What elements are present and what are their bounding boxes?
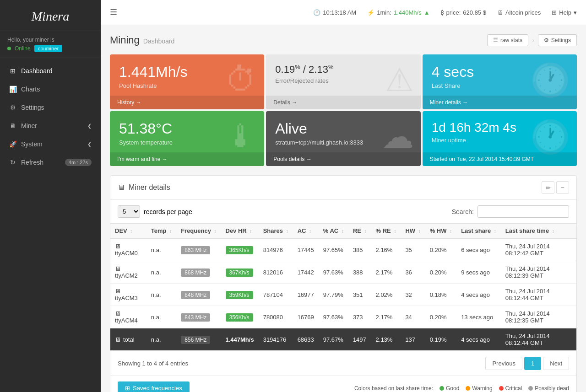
cell-re: 388 — [348, 261, 371, 284]
card-uptime: 1d 16h 32m 4s Miner uptime 🕐 Started on … — [423, 111, 577, 166]
col-temp[interactable]: Temp ↕ — [146, 224, 176, 239]
col-hw[interactable]: HW ↕ — [401, 224, 425, 239]
clock-card-icon: 🕐 — [530, 61, 570, 99]
cell-last-share: 4 secs ago — [456, 284, 501, 306]
cell-hw: 34 — [401, 306, 425, 328]
col-pct-re[interactable]: % RE ↕ — [371, 224, 401, 239]
miner-details-section: 🖥 Miner details ✏ − 5 10 25 records per … — [110, 175, 577, 392]
legend-good: Good — [440, 385, 459, 392]
charts-icon: 📊 — [9, 86, 16, 93]
cell-pct-hw: 0.20% — [425, 306, 456, 328]
cell-last-share-time: Thu, 24 Jul 2014 08:12:39 GMT — [501, 261, 576, 284]
search-input[interactable] — [477, 205, 569, 218]
edit-button[interactable]: ✏ — [542, 181, 554, 194]
cell-freq: 848 MHz — [176, 284, 221, 306]
section-title: 🖥 Miner details — [118, 183, 170, 192]
cloud-icon: ☁ — [382, 118, 414, 156]
sidebar-item-label: Charts — [21, 86, 40, 93]
saved-frequencies-button[interactable]: ⊞ Saved frequencies — [118, 381, 190, 392]
speedometer-icon: ⏱ — [225, 61, 257, 98]
freq-badge: 843 MHz — [181, 313, 210, 322]
cell-ac: 16977 — [293, 284, 319, 306]
dev-icon: 🖥 — [115, 243, 121, 250]
cell-temp: n.a. — [146, 261, 176, 284]
cell-pct-re: 2.13% — [371, 328, 401, 351]
col-ac[interactable]: AC ↕ — [293, 224, 319, 239]
gear-icon: ⚙ — [544, 37, 549, 43]
cell-freq: 856 MHz — [176, 328, 221, 351]
topbar-time: 🕐 10:13:18 AM — [313, 9, 356, 16]
price-value: 620.85 $ — [463, 9, 486, 16]
sidebar-item-miner[interactable]: 🖥 Miner ❮ — [0, 117, 101, 135]
monitor-icon: 🖥 — [118, 183, 125, 192]
hamburger-icon: ☰ — [110, 7, 117, 17]
miner-details-link[interactable]: Miner details → — [423, 96, 577, 109]
col-dev[interactable]: DEV ↕ — [110, 224, 146, 239]
history-link[interactable]: History → — [110, 96, 264, 109]
cell-freq: 843 MHz — [176, 306, 221, 328]
raw-stats-button[interactable]: ☰ raw stats — [487, 34, 528, 46]
card-error-rates: 0.19% / 2.13% Error/Rejected rates ⚠ Det… — [266, 54, 420, 109]
sidebar-item-settings[interactable]: ⚙ Settings — [0, 98, 101, 117]
refresh-timer-badge: 4m : 27s — [65, 159, 92, 166]
collapse-button[interactable]: − — [556, 181, 569, 194]
system-icon: 🚀 — [9, 140, 16, 148]
altcoin-label: Altcoin prices — [505, 9, 541, 16]
pools-link[interactable]: Pools details → — [266, 152, 420, 166]
hr-badge: 356Kh/s — [226, 313, 253, 322]
settings-icon: ⚙ — [9, 104, 16, 111]
good-label: Good — [446, 385, 459, 392]
page-header: Mining Dashboard ☰ raw stats › ⚙ Setting… — [110, 34, 577, 46]
page-subtitle: Dashboard — [143, 38, 175, 45]
cell-dev: 🖥ttyACM3 — [110, 284, 146, 306]
table-body: 🖥ttyACM0 n.a. 863 MHz 365Kh/s 814976 174… — [110, 238, 576, 351]
next-button[interactable]: Next — [543, 357, 569, 370]
good-dot — [440, 386, 444, 391]
page-1-button[interactable]: 1 — [524, 357, 541, 370]
cell-pct-hw: 0.19% — [425, 328, 456, 351]
details-link[interactable]: Details → — [266, 96, 420, 109]
records-select[interactable]: 5 10 25 — [118, 205, 140, 218]
main-content: ☰ 🕐 10:13:18 AM ⚡ 1min: 1.440Mh/s ▲ ₿ pr… — [101, 0, 586, 392]
cell-pct-ac: 97.65% — [319, 238, 348, 261]
cell-dev-hr: 365Kh/s — [221, 238, 259, 261]
warm-link[interactable]: I'm warm and fine → — [110, 152, 264, 166]
topbar-help[interactable]: ⊞ Help ▾ — [552, 9, 577, 16]
col-dev-hr[interactable]: Dev HR ↕ — [221, 224, 259, 239]
sidebar-item-refresh[interactable]: ↻ Refresh 4m : 27s — [0, 153, 101, 172]
col-last-share[interactable]: Last share ↕ — [456, 224, 501, 239]
col-pct-hw[interactable]: % HW ↕ — [425, 224, 456, 239]
previous-button[interactable]: Previous — [485, 357, 522, 370]
cell-temp: n.a. — [146, 284, 176, 306]
legend-warning: Warning — [466, 385, 492, 392]
dev-icon: 🖥 — [115, 265, 121, 272]
cell-last-share: 9 secs ago — [456, 261, 501, 284]
cell-re: 373 — [348, 306, 371, 328]
critical-label: Critical — [505, 385, 522, 392]
cell-last-share-time: Thu, 24 Jul 2014 08:12:42 GMT — [501, 238, 576, 261]
topbar: ☰ 🕐 10:13:18 AM ⚡ 1min: 1.440Mh/s ▲ ₿ pr… — [101, 0, 586, 25]
settings-button[interactable]: ⚙ Settings — [538, 34, 577, 46]
sidebar-item-charts[interactable]: 📊 Charts — [0, 80, 101, 98]
col-frequency[interactable]: Frequency ↕ — [176, 224, 221, 239]
col-last-share-time[interactable]: Last share time ↕ — [501, 224, 576, 239]
col-pct-ac[interactable]: % AC ↕ — [319, 224, 348, 239]
topbar-hamburger[interactable]: ☰ — [110, 7, 117, 17]
list-icon: ☰ — [493, 37, 498, 43]
cell-pct-hw: 0.20% — [425, 261, 456, 284]
miner-table: DEV ↕ Temp ↕ Frequency ↕ Dev HR ↕ Shares… — [110, 223, 576, 351]
cell-re: 351 — [348, 284, 371, 306]
card-temperature: 51.38°C System temperature 🌡 I'm warm an… — [110, 111, 264, 166]
card-last-share: 4 secs Last Share 🕐 Miner details → — [423, 54, 577, 109]
page-content: Mining Dashboard ☰ raw stats › ⚙ Setting… — [101, 25, 586, 392]
table-row: 🖥ttyACM0 n.a. 863 MHz 365Kh/s 814976 174… — [110, 238, 576, 261]
separator: › — [532, 37, 534, 44]
sidebar-item-dashboard[interactable]: ⊞ Dashboard — [0, 62, 101, 80]
sidebar-item-system[interactable]: 🚀 System ❮ — [0, 135, 101, 153]
col-re[interactable]: RE ↕ — [348, 224, 371, 239]
table-header: DEV ↕ Temp ↕ Frequency ↕ Dev HR ↕ Shares… — [110, 224, 576, 239]
search-label: Search: — [452, 208, 474, 215]
col-shares[interactable]: Shares ↕ — [259, 224, 293, 239]
topbar-altcoin[interactable]: 🖥 Altcoin prices — [497, 9, 541, 16]
cell-dev: 🖥ttyACM2 — [110, 261, 146, 284]
